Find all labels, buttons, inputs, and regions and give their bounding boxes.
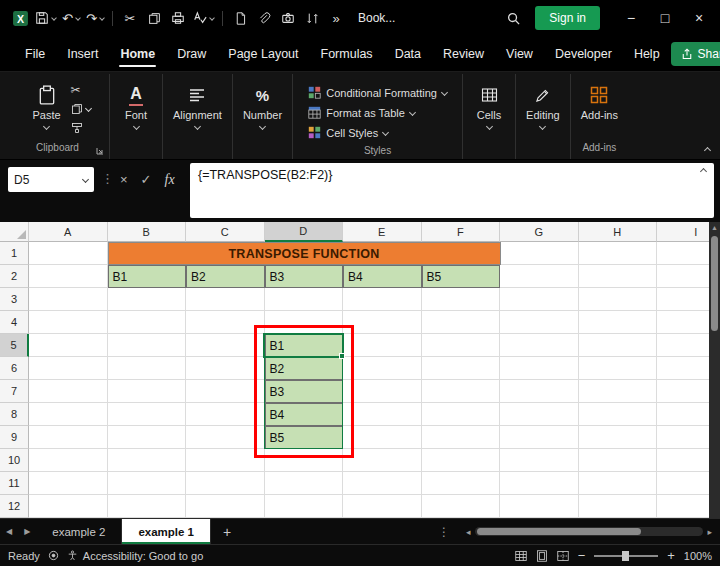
row-header-5[interactable]: 5 xyxy=(0,334,29,357)
sign-in-button[interactable]: Sign in xyxy=(535,6,600,30)
copy-button[interactable] xyxy=(71,101,91,116)
number-button[interactable]: % Number xyxy=(237,80,288,133)
cell-E10[interactable] xyxy=(343,449,422,472)
tab-home[interactable]: Home xyxy=(109,38,166,69)
row-header-2[interactable]: 2 xyxy=(0,265,29,288)
cell-A4[interactable] xyxy=(29,311,108,334)
clipboard-dialog-launcher-icon[interactable] xyxy=(96,147,104,155)
enter-icon[interactable]: ✓ xyxy=(141,172,152,187)
page-layout-view-icon[interactable] xyxy=(536,550,548,562)
row-header-4[interactable]: 4 xyxy=(0,311,29,334)
name-box[interactable]: D5 xyxy=(8,167,94,192)
copy-dropdown-icon[interactable] xyxy=(84,105,91,112)
cell-F11[interactable] xyxy=(422,472,501,495)
cell-E12[interactable] xyxy=(343,495,422,518)
vertical-scrollbar[interactable]: ▲ xyxy=(709,222,720,518)
cell-H3[interactable] xyxy=(579,288,658,311)
name-box-options-icon[interactable]: ⋮ xyxy=(101,171,114,186)
page-break-view-icon[interactable] xyxy=(557,550,569,562)
cell-C9[interactable] xyxy=(186,426,265,449)
cell-F8[interactable] xyxy=(422,403,501,426)
cancel-icon[interactable]: × xyxy=(120,172,128,187)
cell-H8[interactable] xyxy=(579,403,658,426)
column-header-H[interactable]: H xyxy=(579,222,658,242)
cell-D11[interactable] xyxy=(265,472,344,495)
cell-C4[interactable] xyxy=(186,311,265,334)
tab-page-layout[interactable]: Page Layout xyxy=(217,38,309,69)
row-header-1[interactable]: 1 xyxy=(0,242,29,265)
tab-view[interactable]: View xyxy=(495,38,544,69)
cell-C11[interactable] xyxy=(186,472,265,495)
conditional-formatting-button[interactable]: Conditional Formatting xyxy=(308,84,447,101)
tab-insert[interactable]: Insert xyxy=(56,38,109,69)
tab-help[interactable]: Help xyxy=(623,38,671,69)
row-header-9[interactable]: 9 xyxy=(0,426,29,449)
maximize-button[interactable]: □ xyxy=(648,3,682,33)
tab-draw[interactable]: Draw xyxy=(166,38,217,69)
macro-record-icon[interactable] xyxy=(48,550,59,561)
copy-icon[interactable] xyxy=(142,5,166,31)
column-header-G[interactable]: G xyxy=(500,222,579,242)
insert-function-icon[interactable]: fx xyxy=(165,172,175,188)
cell-styles-button[interactable]: Cell Styles xyxy=(308,124,447,141)
cell-C8[interactable] xyxy=(186,403,265,426)
print-icon[interactable] xyxy=(166,5,190,31)
close-button[interactable]: × xyxy=(682,3,716,33)
cell-C10[interactable] xyxy=(186,449,265,472)
cell-D12[interactable] xyxy=(265,495,344,518)
cell-G3[interactable] xyxy=(500,288,579,311)
format-as-table-button[interactable]: Format as Table xyxy=(308,104,447,121)
cell-G5[interactable] xyxy=(500,334,579,357)
column-header-E[interactable]: E xyxy=(343,222,422,242)
column-header-F[interactable]: F xyxy=(422,222,501,242)
excel-app-icon[interactable]: X xyxy=(8,5,32,31)
cell-F9[interactable] xyxy=(422,426,501,449)
cell-B2[interactable]: B1 xyxy=(108,265,187,288)
number-dropdown-icon[interactable] xyxy=(259,123,266,130)
save-icon[interactable] xyxy=(32,5,59,31)
format-as-table-dropdown-icon[interactable] xyxy=(409,109,416,116)
cell-F7[interactable] xyxy=(422,380,501,403)
save-dropdown-icon[interactable] xyxy=(51,15,57,21)
row-header-3[interactable]: 3 xyxy=(0,288,29,311)
cell-A1[interactable] xyxy=(29,242,108,265)
horizontal-scrollbar-track[interactable] xyxy=(475,527,704,536)
undo-icon[interactable]: ↶ xyxy=(59,5,83,31)
cell-B10[interactable] xyxy=(108,449,187,472)
zoom-slider[interactable] xyxy=(594,555,658,557)
cell-C7[interactable] xyxy=(186,380,265,403)
tab-data[interactable]: Data xyxy=(384,38,432,69)
attach-icon[interactable] xyxy=(252,5,276,31)
overflow-icon[interactable]: » xyxy=(324,5,348,31)
scroll-up-icon[interactable]: ▲ xyxy=(711,222,718,234)
cell-F2[interactable]: B5 xyxy=(422,265,501,288)
cell-A9[interactable] xyxy=(29,426,108,449)
column-header-A[interactable]: A xyxy=(29,222,108,242)
paste-dropdown-icon[interactable] xyxy=(43,123,50,130)
cell-D3[interactable] xyxy=(265,288,344,311)
tab-options-icon[interactable]: ⋮ xyxy=(430,519,458,544)
cut-button[interactable]: ✂ xyxy=(71,82,91,97)
cell-E6[interactable] xyxy=(343,357,422,380)
spelling-icon[interactable] xyxy=(190,5,217,31)
zoom-slider-thumb[interactable] xyxy=(622,551,629,561)
cell-A5[interactable] xyxy=(29,334,108,357)
cell-G8[interactable] xyxy=(500,403,579,426)
cell-G4[interactable] xyxy=(500,311,579,334)
new-file-icon[interactable] xyxy=(228,5,252,31)
cell-E8[interactable] xyxy=(343,403,422,426)
cell-E3[interactable] xyxy=(343,288,422,311)
cell-E4[interactable] xyxy=(343,311,422,334)
cell-G10[interactable] xyxy=(500,449,579,472)
cell-C12[interactable] xyxy=(186,495,265,518)
column-header-D[interactable]: D xyxy=(265,222,344,242)
cell-B3[interactable] xyxy=(108,288,187,311)
sheet-tab-example-1[interactable]: example 1 xyxy=(122,519,211,544)
row-header-12[interactable]: 12 xyxy=(0,495,29,518)
tab-review[interactable]: Review xyxy=(432,38,495,69)
name-box-dropdown-icon[interactable] xyxy=(82,176,89,183)
alignment-button[interactable]: Alignment xyxy=(167,80,228,133)
cell-D2[interactable]: B3 xyxy=(265,265,344,288)
cell-G9[interactable] xyxy=(500,426,579,449)
cell-A2[interactable] xyxy=(29,265,108,288)
